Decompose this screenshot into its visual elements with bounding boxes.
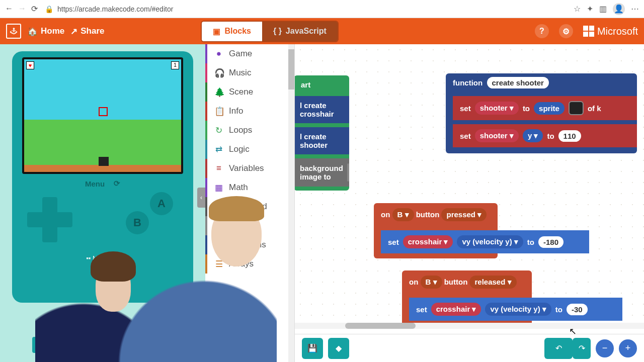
favorites-icon[interactable]: ✦ — [587, 4, 593, 14]
sim-footer: ▪▪ Microsoft — [18, 254, 187, 262]
editor-bottom-bar: 💾 ◆ ↶ ↷ − + — [295, 334, 644, 362]
shooter-var-dropdown-2[interactable]: shooter ▾ — [475, 129, 519, 142]
sim-toolbar: ■ ▸ ⌨ 📷 ⛶ — [32, 337, 131, 353]
category-arrays[interactable]: ☰Arrays — [205, 254, 294, 274]
tab-javascript[interactable]: { }JavaScript — [262, 22, 338, 41]
help-button[interactable]: ? — [535, 24, 549, 38]
microsoft-logo: Microsoft — [583, 26, 638, 37]
category-loops[interactable]: ↻Loops — [205, 121, 294, 140]
settings-button[interactable]: ⚙ — [559, 24, 573, 38]
category-label: Info — [229, 106, 243, 116]
stop-button[interactable]: ■ — [32, 337, 50, 353]
code-icon: { } — [273, 27, 282, 36]
a-button[interactable]: A — [150, 192, 173, 215]
lock-icon: 🔒 — [45, 5, 53, 13]
github-button[interactable]: ◆ — [328, 338, 349, 359]
sim-restart-icon[interactable]: ⟳ — [114, 179, 120, 188]
category-icon: 🖼 — [214, 221, 223, 231]
function-create-shooter[interactable]: function create shooter set shooter ▾ to… — [446, 73, 637, 153]
crosshair-sprite — [99, 107, 108, 116]
on-b-pressed-block[interactable]: on B ▾ button pressed ▾ set crosshair ▾ … — [374, 203, 498, 258]
sprite-image-slot[interactable] — [569, 101, 584, 115]
zoom-in-button[interactable]: + — [619, 339, 637, 357]
screenshot-button[interactable]: 📷 — [93, 337, 111, 353]
category-variables[interactable]: ≡Variables — [205, 159, 294, 178]
category-icon: ▾ — [214, 202, 223, 212]
category-icon: ☰ — [214, 259, 223, 269]
fullscreen-button[interactable]: ⛶ — [113, 337, 131, 353]
refresh-icon[interactable]: ⟳ — [31, 4, 38, 14]
category-label: Music — [229, 68, 251, 78]
category-label: Arrays — [229, 259, 254, 269]
category-icon: ƒ — [214, 240, 223, 250]
category-label: Game — [229, 49, 252, 59]
category-label: Images — [229, 221, 257, 231]
profile-avatar[interactable]: 👤 — [613, 3, 625, 15]
zoom-out-button[interactable]: − — [596, 339, 614, 357]
collections-icon[interactable]: ▥ — [599, 4, 607, 14]
category-icon: ≡ — [214, 163, 223, 173]
share-button[interactable]: ↗Share — [70, 26, 104, 37]
arcade-logo-icon[interactable]: 🕹 — [6, 24, 21, 39]
block-categories: ‹ ●Game🎧Music🌲Scene📋Info↻Loops⇄Logic≡Var… — [205, 44, 295, 362]
category-label: Logic — [229, 144, 250, 154]
more-icon[interactable]: ⋯ — [631, 4, 639, 14]
category-functions[interactable]: ƒFunctions — [205, 235, 294, 254]
blocks-canvas[interactable]: art l create crosshair l create shooter … — [295, 44, 644, 362]
on-b-released-block[interactable]: on B ▾ button released ▾ set crosshair ▾… — [402, 270, 532, 326]
category-icon: ▦ — [214, 183, 223, 193]
category-scene[interactable]: 🌲Scene — [205, 82, 294, 102]
on-start-block[interactable]: art l create crosshair l create shooter … — [295, 75, 349, 191]
editor-toggle: ▣Blocks { }JavaScript — [201, 21, 338, 42]
category-icon: ● — [214, 49, 223, 59]
category-info[interactable]: 📋Info — [205, 102, 294, 121]
collapse-toolbox-button[interactable]: ‹ — [197, 188, 205, 208]
keyboard-icon[interactable]: ⌨ — [72, 337, 91, 353]
tab-blocks[interactable]: ▣Blocks — [202, 22, 262, 41]
category-icon: ⇄ — [214, 144, 223, 155]
browser-chrome: ← → ⟳ 🔒 https://arcade.makecode.com/#edi… — [0, 0, 644, 18]
back-icon[interactable]: ← — [5, 4, 13, 14]
category-icon: 🎧 — [214, 68, 223, 78]
category-label: Advanced — [229, 202, 267, 212]
category-label: Math — [229, 183, 248, 193]
save-button[interactable]: 💾 — [302, 338, 323, 359]
redo-button[interactable]: ↷ — [573, 338, 591, 359]
simulator-device: ♥ 1 Menu ⟳ A B ▪▪ Microsoft — [12, 51, 193, 303]
blocks-icon: ▣ — [213, 27, 220, 36]
background-image-slot[interactable] — [347, 163, 349, 182]
address-bar[interactable]: https://arcade.makecode.com/#editor — [57, 5, 173, 13]
app-header: 🕹 🏠Home ↗Share ▣Blocks { }JavaScript ? ⚙… — [0, 18, 644, 44]
category-icon: 🌲 — [214, 87, 223, 98]
score-indicator: 1 — [171, 61, 179, 69]
share-icon: ↗ — [70, 26, 77, 37]
category-game[interactable]: ●Game — [205, 44, 294, 63]
category-label: Variables — [229, 163, 264, 173]
simulator-pane: ♥ 1 Menu ⟳ A B ▪▪ Microsoft ■ ▸ ⌨ 📷 ⛶ — [0, 44, 205, 362]
sim-menu-button[interactable]: Menu — [85, 179, 105, 188]
shooter-var-dropdown[interactable]: shooter ▾ — [475, 102, 519, 115]
category-music[interactable]: 🎧Music — [205, 63, 294, 82]
category-images[interactable]: 🖼Images — [205, 216, 294, 235]
category-icon: ↻ — [214, 125, 223, 136]
category-math[interactable]: ▦Math — [205, 178, 294, 197]
game-screen[interactable]: ♥ 1 — [22, 57, 183, 174]
b-button[interactable]: B — [126, 211, 149, 234]
debug-button[interactable]: ▸ — [52, 337, 70, 353]
category-logic[interactable]: ⇄Logic — [205, 140, 294, 159]
category-label: Functions — [229, 240, 266, 250]
category-label: Scene — [229, 87, 253, 97]
star-icon[interactable]: ☆ — [574, 4, 581, 14]
home-icon: 🏠 — [27, 26, 38, 37]
category-icon: 📋 — [214, 106, 223, 117]
cat-scrollbar[interactable] — [288, 44, 294, 362]
category-label: Loops — [229, 125, 252, 135]
forward-icon: → — [18, 4, 26, 14]
canvas-h-scrollbar[interactable] — [295, 323, 644, 329]
dpad[interactable] — [27, 197, 72, 242]
category-advanced[interactable]: ▾Advanced — [205, 197, 294, 216]
lives-indicator: ♥ — [26, 61, 34, 69]
player-sprite — [99, 157, 109, 166]
undo-button[interactable]: ↶ — [544, 338, 573, 359]
home-button[interactable]: 🏠Home — [27, 26, 64, 37]
